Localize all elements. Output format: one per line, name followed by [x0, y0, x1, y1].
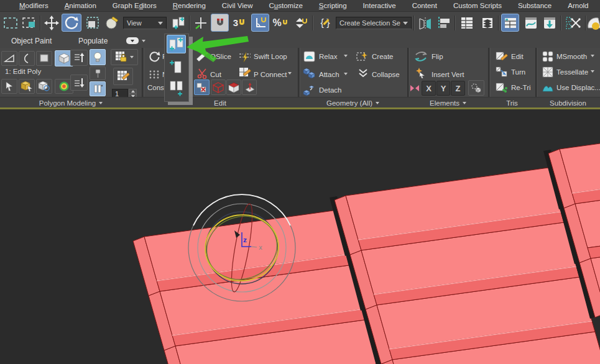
modifier-stack-field[interactable]: 1: Edit Poly [5, 68, 41, 75]
polygon-select-tool-button[interactable] [1, 79, 17, 94]
subobject-vertex-button[interactable] [1, 51, 17, 66]
select-scale-button[interactable] [83, 14, 101, 32]
planar-z-button[interactable]: Z [451, 81, 465, 96]
locked-stack-dropdown-button[interactable] [111, 49, 138, 65]
constraint-normal-button[interactable] [242, 80, 257, 95]
show-end-result-button[interactable] [90, 49, 106, 65]
flip-label[interactable]: Flip [432, 53, 443, 60]
panel-subdivision[interactable]: Subdivision [536, 98, 600, 107]
turn-label[interactable]: Turn [511, 68, 525, 76]
spinner-up-button[interactable] [129, 89, 137, 94]
pin-stack-button[interactable] [90, 66, 106, 80]
menu-customize[interactable]: Customize [261, 2, 311, 9]
turn-button[interactable] [496, 66, 508, 78]
select-move-button[interactable] [42, 14, 60, 32]
select-region-rect-button[interactable] [1, 14, 19, 32]
menu-custom-scripts[interactable]: Custom Scripts [445, 2, 510, 9]
flip-button[interactable] [414, 51, 428, 62]
material-editor-button[interactable] [588, 14, 600, 32]
cut-label[interactable]: Cut [210, 71, 221, 78]
subobject-border-button[interactable] [36, 51, 52, 66]
pick-object-button[interactable] [19, 79, 35, 94]
minimize-ribbon-button[interactable] [126, 37, 139, 44]
view-align-button[interactable] [468, 80, 484, 96]
msmooth-chevron-icon[interactable] [591, 55, 594, 57]
cut-button[interactable] [196, 67, 209, 80]
relax-button[interactable] [303, 51, 316, 62]
dashed-x-tool-button[interactable] [563, 14, 583, 32]
relax-label[interactable]: Relax [319, 53, 337, 60]
next-modifier-button[interactable] [70, 75, 88, 91]
collapse-button[interactable] [358, 68, 369, 78]
menu-interactive[interactable]: Interactive [355, 2, 404, 9]
subobject-edge-button[interactable] [19, 51, 35, 66]
repeat-last-button[interactable] [147, 51, 161, 63]
use-displacement-label[interactable]: Use Displac... [556, 84, 600, 91]
re-tri-label[interactable]: Re-Tri [511, 84, 531, 91]
attach-chevron-icon[interactable] [344, 73, 348, 75]
planar-x-button[interactable]: X [422, 81, 436, 96]
tessellate-chevron-icon[interactable] [591, 70, 594, 73]
msmooth-button[interactable] [542, 51, 554, 62]
make-planar-button[interactable] [409, 83, 420, 94]
panel-geometry[interactable]: Geometry (All) [298, 98, 407, 107]
constraint-edge-button[interactable] [211, 80, 226, 95]
tris-edit-button[interactable] [496, 51, 508, 62]
select-rotate-button[interactable] [62, 14, 81, 32]
panel-elements[interactable]: Elements [408, 98, 488, 107]
named-selection-set-dropdown[interactable]: Create Selection Se [336, 17, 412, 29]
panel-tris[interactable]: Tris [489, 98, 535, 107]
scene-explorer-button[interactable] [458, 14, 476, 32]
edit-grid-button[interactable] [113, 68, 133, 85]
detach-label[interactable]: Detach [319, 86, 341, 94]
use-displacement-button[interactable] [542, 82, 554, 93]
ribbon-options-chevron-icon[interactable] [142, 40, 145, 42]
layer-manager-button[interactable] [478, 14, 496, 32]
create-label[interactable]: Create [372, 53, 394, 60]
ribbon-toggle-button[interactable] [501, 14, 519, 32]
collapse-label[interactable]: Collapse [372, 71, 400, 78]
relax-chevron-icon[interactable] [344, 55, 348, 57]
flyout-option-3-button[interactable] [167, 78, 186, 99]
tab-populate[interactable]: Populate [78, 35, 108, 47]
menu-content[interactable]: Content [404, 2, 445, 9]
reference-coordsys-dropdown[interactable]: View [123, 17, 167, 29]
spinner-snap-button[interactable] [292, 14, 310, 32]
attach-label[interactable]: Attach [319, 71, 339, 78]
tab-object-paint[interactable]: Object Paint [11, 35, 52, 47]
curve-editor-button[interactable] [522, 14, 540, 32]
menu-rendering[interactable]: Rendering [165, 2, 214, 9]
p-connect-label[interactable]: P Connect [254, 71, 287, 78]
menu-animation[interactable]: Animation [57, 2, 104, 9]
constraint-none-button[interactable] [194, 80, 210, 95]
panel-polygon-modeling[interactable]: Polygon Modeling [0, 98, 142, 107]
insert-vert-label[interactable]: Insert Vert [432, 71, 464, 78]
attach-button[interactable] [302, 67, 316, 80]
menu-arnold[interactable]: Arnold [560, 2, 596, 9]
tessellate-button[interactable] [542, 66, 554, 78]
tessellate-label[interactable]: Tessellate [556, 68, 588, 76]
edit-named-selections-button[interactable]: { } [315, 14, 335, 32]
select-region-lasso-button[interactable] [20, 14, 38, 32]
previous-modifier-button[interactable] [70, 50, 88, 66]
menu-scripting[interactable]: Scripting [311, 2, 355, 9]
menu-civil-view[interactable]: Civil View [214, 2, 261, 9]
tris-edit-label[interactable]: Edit [511, 53, 524, 60]
swift-loop-label[interactable]: Swift Loop [254, 53, 287, 60]
percent-snap-button[interactable]: % [272, 14, 290, 32]
menu-substance[interactable]: Substance [510, 2, 560, 9]
snaps-pivot-crosshair-button[interactable] [192, 14, 210, 32]
show-cage-button[interactable] [90, 81, 106, 96]
constraint-face-button[interactable] [226, 80, 241, 95]
use-pivot-center-button[interactable] [169, 14, 187, 32]
menu-graph-editors[interactable]: Graph Editors [104, 2, 165, 9]
detach-button[interactable] [302, 84, 316, 97]
snap-3d-button[interactable]: 3 [231, 14, 249, 32]
planar-y-button[interactable]: Y [436, 81, 450, 96]
menu-modifiers[interactable]: Modifiers [11, 2, 57, 9]
schematic-view-button[interactable] [540, 14, 558, 32]
angle-snap-button[interactable] [251, 14, 269, 32]
nurms-toggle-button[interactable] [148, 69, 160, 80]
inspect-subobject-button[interactable] [36, 79, 52, 94]
align-button[interactable] [435, 14, 453, 32]
